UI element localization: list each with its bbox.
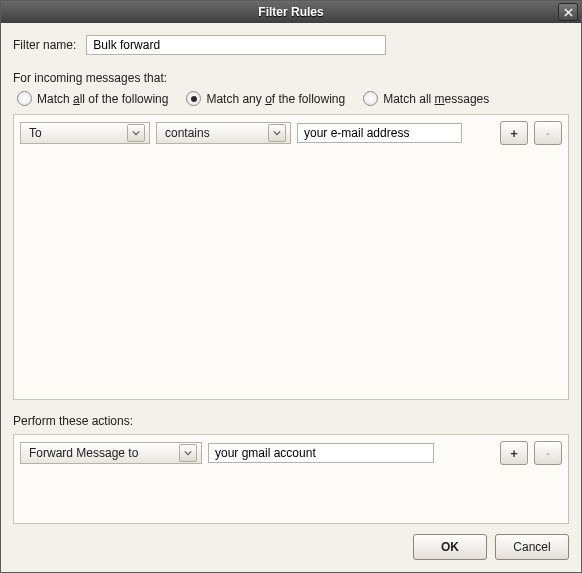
titlebar: Filter Rules	[1, 1, 581, 23]
remove-action-button[interactable]: -	[534, 441, 562, 465]
match-every-radio[interactable]: Match all messages	[363, 91, 489, 106]
filter-name-input[interactable]	[86, 35, 386, 55]
incoming-label: For incoming messages that:	[13, 71, 569, 85]
window-title: Filter Rules	[258, 5, 323, 19]
actions-panel: Forward Message to + -	[13, 434, 569, 524]
remove-condition-button[interactable]: -	[534, 121, 562, 145]
cancel-button[interactable]: Cancel	[495, 534, 569, 560]
match-any-label: Match any of the following	[206, 92, 345, 106]
match-all-label: Match all of the following	[37, 92, 168, 106]
conditions-panel: To contains + -	[13, 114, 569, 400]
action-row: Forward Message to + -	[20, 441, 562, 465]
action-value-input[interactable]	[208, 443, 434, 463]
filter-name-label: Filter name:	[13, 38, 76, 52]
match-mode-row: Match all of the following Match any of …	[13, 91, 569, 114]
chevron-down-icon	[127, 124, 145, 142]
filter-name-row: Filter name:	[13, 35, 569, 55]
filter-rules-dialog: Filter Rules Filter name: For incoming m…	[0, 0, 582, 573]
chevron-down-icon	[179, 444, 197, 462]
ok-button[interactable]: OK	[413, 534, 487, 560]
dialog-body: Filter name: For incoming messages that:…	[1, 23, 581, 524]
radio-icon	[363, 91, 378, 106]
match-all-radio[interactable]: Match all of the following	[17, 91, 168, 106]
radio-icon	[186, 91, 201, 106]
match-every-label: Match all messages	[383, 92, 489, 106]
condition-value-input[interactable]	[297, 123, 462, 143]
perform-actions-label: Perform these actions:	[13, 414, 569, 428]
condition-op-select[interactable]: contains	[156, 122, 291, 144]
condition-field-select[interactable]: To	[20, 122, 150, 144]
match-any-radio[interactable]: Match any of the following	[186, 91, 345, 106]
add-action-button[interactable]: +	[500, 441, 528, 465]
condition-row: To contains + -	[20, 121, 562, 145]
add-condition-button[interactable]: +	[500, 121, 528, 145]
close-button[interactable]	[558, 3, 578, 21]
radio-icon	[17, 91, 32, 106]
close-icon	[564, 8, 573, 17]
dialog-footer: OK Cancel	[1, 524, 581, 572]
action-type-select[interactable]: Forward Message to	[20, 442, 202, 464]
chevron-down-icon	[268, 124, 286, 142]
